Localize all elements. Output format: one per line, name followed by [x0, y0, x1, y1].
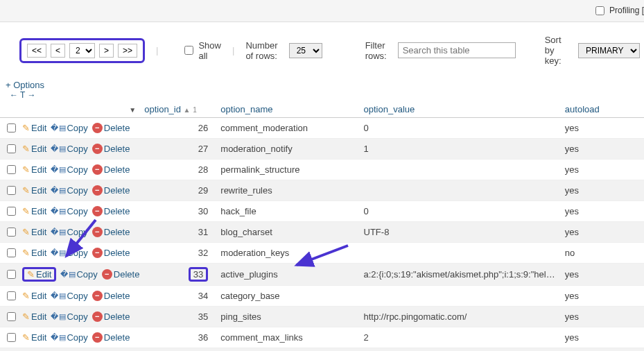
row-checkbox[interactable]: [7, 123, 16, 132]
minus-circle-icon: −: [92, 206, 103, 216]
copy-icon: �: [51, 123, 58, 132]
edit-label: Edit: [31, 144, 46, 154]
row-checkbox[interactable]: [7, 207, 16, 216]
autoload-cell: no: [561, 243, 644, 264]
option-id-cell: 37: [140, 348, 216, 352]
profiling-label: Profiling [: [609, 6, 644, 15]
row-checkbox[interactable]: [7, 291, 16, 300]
copy-button[interactable]: �▤Copy: [51, 227, 87, 237]
copy-label: Copy: [67, 164, 87, 175]
edit-button[interactable]: ✎Edit: [22, 291, 46, 301]
option-value-cell: http://rpc.pingomatic.com/: [360, 307, 561, 327]
minus-circle-icon: −: [92, 164, 103, 175]
separator: |: [156, 45, 158, 55]
minus-circle-icon: −: [102, 269, 112, 280]
delete-button[interactable]: −Delete: [92, 164, 130, 175]
edit-button[interactable]: ✎Edit: [22, 185, 46, 196]
table-row: ✎Edit�▤Copy−Delete30hack_file0yes: [0, 201, 644, 222]
options-link[interactable]: + Options: [6, 80, 44, 90]
row-checkbox[interactable]: [7, 270, 16, 279]
delete-button[interactable]: −Delete: [92, 291, 130, 301]
last-page-button[interactable]: >>: [118, 44, 137, 58]
delete-button[interactable]: −Delete: [92, 311, 130, 322]
num-rows-select[interactable]: 25: [289, 43, 322, 58]
edit-button[interactable]: ✎Edit: [22, 267, 56, 282]
row-checkbox[interactable]: [7, 312, 16, 321]
show-all-checkbox[interactable]: [184, 46, 193, 55]
row-checkbox[interactable]: [7, 228, 16, 237]
row-checkbox[interactable]: [7, 333, 16, 342]
copy-button[interactable]: �▤Copy: [51, 248, 87, 258]
copy-icon: �: [51, 333, 58, 342]
copy-button[interactable]: �▤Copy: [51, 144, 87, 154]
copy-button[interactable]: �▤Copy: [51, 291, 87, 301]
copy-icon: ▤: [59, 165, 65, 174]
profiling-toggle[interactable]: Profiling [: [593, 6, 644, 15]
page-select[interactable]: 2: [69, 43, 95, 58]
delete-button[interactable]: −Delete: [92, 227, 130, 237]
copy-button[interactable]: �▤Copy: [60, 269, 97, 280]
pencil-icon: ✎: [27, 269, 35, 280]
option-id-cell: 28: [140, 160, 216, 180]
column-move-arrows[interactable]: ← T →: [6, 90, 638, 100]
autoload-cell: yes: [561, 286, 644, 307]
show-all-toggle[interactable]: Show all: [169, 40, 221, 61]
row-checkbox[interactable]: [7, 144, 16, 153]
autoload-header[interactable]: autoload: [561, 101, 644, 118]
edit-label: Edit: [31, 291, 46, 301]
copy-button[interactable]: �▤Copy: [51, 164, 87, 175]
delete-button[interactable]: −Delete: [92, 248, 130, 258]
next-page-button[interactable]: >: [99, 44, 114, 58]
pencil-icon: ✎: [22, 311, 30, 322]
option-name-cell: moderation_keys: [216, 243, 359, 264]
copy-button[interactable]: �▤Copy: [51, 206, 87, 216]
option-name-cell: ping_sites: [216, 307, 359, 327]
delete-button[interactable]: −Delete: [92, 332, 130, 343]
edit-button[interactable]: ✎Edit: [22, 248, 46, 258]
delete-label: Delete: [104, 123, 130, 133]
minus-circle-icon: −: [92, 185, 103, 196]
option-name-header[interactable]: option_name: [216, 101, 359, 118]
table-row: ✎Edit�▤Copy−Delete27moderation_notify1ye…: [0, 139, 644, 160]
row-checkbox[interactable]: [7, 186, 16, 195]
edit-button[interactable]: ✎Edit: [22, 227, 46, 237]
edit-button[interactable]: ✎Edit: [22, 164, 46, 175]
row-checkbox[interactable]: [7, 248, 16, 257]
copy-button[interactable]: �▤Copy: [51, 185, 87, 196]
sort-select[interactable]: PRIMARY: [578, 43, 640, 58]
option-name-cell: category_base: [216, 286, 359, 307]
autoload-cell: yes: [561, 118, 644, 139]
delete-label: Delete: [104, 248, 130, 258]
autoload-cell: yes: [561, 307, 644, 327]
copy-button[interactable]: �▤Copy: [51, 311, 87, 322]
filter-input[interactable]: [398, 42, 516, 58]
row-checkbox[interactable]: [7, 165, 16, 174]
copy-icon: ▤: [59, 186, 65, 195]
chevron-down-icon[interactable]: ▼: [129, 106, 136, 114]
delete-button[interactable]: −Delete: [92, 185, 130, 196]
edit-button[interactable]: ✎Edit: [22, 123, 46, 133]
minus-circle-icon: −: [92, 332, 103, 343]
edit-button[interactable]: ✎Edit: [22, 311, 46, 322]
delete-button[interactable]: −Delete: [92, 206, 130, 216]
autoload-cell: yes: [561, 222, 644, 243]
first-page-button[interactable]: <<: [27, 44, 46, 58]
prev-page-button[interactable]: <: [51, 44, 65, 58]
delete-button[interactable]: −Delete: [102, 269, 140, 280]
copy-button[interactable]: �▤Copy: [51, 123, 87, 133]
copy-button[interactable]: �▤Copy: [51, 332, 87, 343]
edit-button[interactable]: ✎Edit: [22, 144, 46, 154]
delete-button[interactable]: −Delete: [92, 144, 130, 154]
option-value-header[interactable]: option_value: [360, 101, 561, 118]
edit-label: Edit: [31, 332, 46, 343]
copy-label: Copy: [67, 311, 87, 322]
delete-button[interactable]: −Delete: [92, 123, 130, 133]
profiling-checkbox[interactable]: [595, 6, 604, 15]
edit-button[interactable]: ✎Edit: [22, 206, 46, 216]
option-id-header[interactable]: option_id ▲ 1: [140, 101, 216, 118]
option-name-cell: active_plugins: [216, 264, 359, 286]
edit-label: Edit: [36, 269, 51, 280]
sort-asc-icon: ▲: [184, 106, 191, 114]
copy-icon: �: [51, 165, 58, 174]
edit-button[interactable]: ✎Edit: [22, 332, 46, 343]
